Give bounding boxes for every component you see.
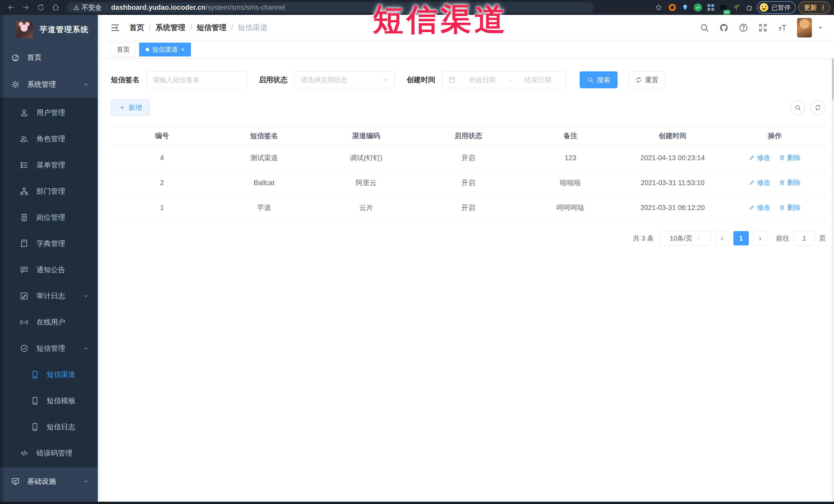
next-page-button[interactable]: › <box>753 231 767 245</box>
chevron-down-icon <box>82 292 90 300</box>
page-unit-label: 页 <box>819 234 826 243</box>
delete-link[interactable]: 删除 <box>779 178 800 187</box>
address-bar[interactable]: 不安全 dashboard.yudao.iocoder.cn/system/sm… <box>67 2 593 13</box>
extension-grid-icon[interactable] <box>706 2 716 13</box>
app-logo[interactable]: 芋道管理系统 <box>0 15 100 44</box>
sidebar-item-users[interactable]: 用户管理 <box>0 100 98 126</box>
sidebar-item-home[interactable]: 首页 <box>0 44 98 71</box>
sidebar-item-announcements[interactable]: 通知公告 <box>0 257 98 283</box>
help-icon[interactable] <box>739 23 748 32</box>
sidebar-scrollbar[interactable] <box>98 15 100 504</box>
sidebar-collapse-icon[interactable] <box>106 19 124 37</box>
profile-paused-badge[interactable]: 已暂停 <box>757 1 796 14</box>
table-row[interactable]: 2 Ballcat 阿里云 开启 啦啦啦 2021-03-31 11:53:10… <box>111 171 826 195</box>
prev-page-button[interactable]: ‹ <box>715 231 729 245</box>
sidebar-item-menus[interactable]: 菜单管理 <box>0 152 98 178</box>
create-time-label: 创建时间 <box>407 75 435 85</box>
sidebar-item-sms-channel[interactable]: 短信渠道 <box>0 361 98 388</box>
chevron-down-icon <box>382 76 388 83</box>
search-icon[interactable] <box>700 23 709 32</box>
start-date-placeholder[interactable]: 开始日期 <box>461 75 504 85</box>
extensions-puzzle-icon[interactable] <box>744 2 754 13</box>
code-icon <box>20 448 29 458</box>
date-range-picker[interactable]: 开始日期 - 结束日期 <box>442 71 566 88</box>
table-row[interactable]: 4 测试渠道 调试(钉钉) 开启 123 2021-04-13 00:23:14… <box>111 146 826 171</box>
extension-location-pin-icon[interactable] <box>680 2 690 13</box>
sidebar-item-error-codes[interactable]: 错误码管理 <box>0 440 98 466</box>
sidebar-item-departments[interactable]: 部门管理 <box>0 178 98 204</box>
profile-emoji-avatar <box>760 3 768 12</box>
add-button[interactable]: 新增 <box>111 100 150 115</box>
menu-list-icon <box>20 160 29 170</box>
reset-button[interactable]: 重置 <box>629 71 665 88</box>
tab-home[interactable]: 首页 <box>110 43 136 57</box>
goto-page-input[interactable] <box>793 231 815 245</box>
github-icon[interactable] <box>719 23 729 32</box>
pagination-total: 共 3 条 <box>633 234 654 243</box>
extension-green-check-icon[interactable] <box>693 2 703 13</box>
fullscreen-icon[interactable] <box>758 23 768 32</box>
delete-link[interactable]: 删除 <box>779 153 800 162</box>
not-secure-label: 不安全 <box>82 3 102 12</box>
page-number-1[interactable]: 1 <box>733 231 749 245</box>
sidebar-item-audit-log[interactable]: 审计日志 <box>0 283 98 309</box>
id-badge-icon <box>20 213 29 222</box>
extension-leaf-icon[interactable] <box>731 2 742 13</box>
chevron-down-icon <box>696 236 702 241</box>
user-icon <box>20 108 29 117</box>
extension-on-switch-icon[interactable]: on <box>719 2 729 13</box>
sign-input[interactable] <box>153 76 241 84</box>
phone-icon <box>30 422 40 432</box>
sidebar-item-dictionary[interactable]: 字典管理 <box>0 231 98 257</box>
sidebar-item-sms[interactable]: 短信管理 <box>0 335 98 361</box>
browser-forward-icon[interactable] <box>20 2 32 13</box>
search-button[interactable]: 搜索 <box>579 71 618 88</box>
refresh-table-button[interactable] <box>810 100 825 115</box>
pencil-icon <box>749 204 755 211</box>
caret-down-icon[interactable] <box>817 24 824 31</box>
dashboard-icon <box>11 53 20 62</box>
sidebar-item-roles[interactable]: 角色管理 <box>0 126 98 152</box>
sidebar-item-sms-log[interactable]: 短信日志 <box>0 414 98 440</box>
browser-update-button[interactable]: 更新 ⋮ <box>798 1 830 14</box>
browser-back-icon[interactable] <box>5 2 17 13</box>
phone-icon <box>30 396 40 406</box>
sidebar-item-infrastructure[interactable]: 基础设施 <box>0 468 98 495</box>
tab-sms-channel[interactable]: 短信渠道 × <box>139 43 191 57</box>
table-row[interactable]: 1 芋道 云片 开启 呵呵呵哒 2021-03-31 06:12:20 修改 删… <box>111 195 826 220</box>
sidebar-item-positions[interactable]: 岗位管理 <box>0 204 98 231</box>
extension-orange-ring-icon[interactable] <box>667 2 677 13</box>
font-size-icon[interactable] <box>777 23 787 32</box>
trash-icon <box>779 204 785 211</box>
paused-label: 已暂停 <box>771 3 791 12</box>
breadcrumb-home[interactable]: 首页 <box>129 23 144 33</box>
edit-link[interactable]: 修改 <box>749 203 770 212</box>
browser-home-icon[interactable] <box>50 2 62 13</box>
shield-icon <box>20 344 29 353</box>
search-icon <box>794 104 801 111</box>
end-date-placeholder[interactable]: 结束日期 <box>516 75 559 85</box>
edit-link[interactable]: 修改 <box>749 178 770 187</box>
close-icon[interactable]: × <box>181 46 184 52</box>
browser-reload-icon[interactable] <box>35 2 47 13</box>
browser-menu-icon[interactable]: ⋮ <box>819 6 827 9</box>
sidebar: 芋道管理系统 首页 系统管理 用户管理 角色管理 菜单管理 部门管理 岗位管理 … <box>0 15 100 504</box>
breadcrumb-sms[interactable]: 短信管理 <box>197 23 226 33</box>
book-icon <box>20 239 29 248</box>
toggle-search-button[interactable] <box>790 100 805 115</box>
bookmark-star-icon[interactable] <box>653 2 664 13</box>
delete-link[interactable]: 删除 <box>779 203 800 212</box>
page-size-select[interactable]: 10条/页 <box>660 231 711 245</box>
omnibox-divider <box>106 4 107 10</box>
status-select[interactable]: 请选择启用状态 <box>294 71 395 88</box>
sidebar-item-online-users[interactable]: 在线用户 <box>0 309 98 335</box>
tags-view-bar: 首页 短信渠道 × <box>100 41 834 59</box>
sidebar-item-sms-template[interactable]: 短信模板 <box>0 388 98 414</box>
edit-link[interactable]: 修改 <box>749 153 770 162</box>
breadcrumb-system[interactable]: 系统管理 <box>156 23 185 33</box>
plus-icon <box>119 104 126 111</box>
not-secure-indicator[interactable]: 不安全 <box>73 3 102 12</box>
sidebar-item-system[interactable]: 系统管理 <box>0 71 98 97</box>
page-scrollbar[interactable] <box>832 15 834 504</box>
user-avatar[interactable] <box>797 18 812 38</box>
